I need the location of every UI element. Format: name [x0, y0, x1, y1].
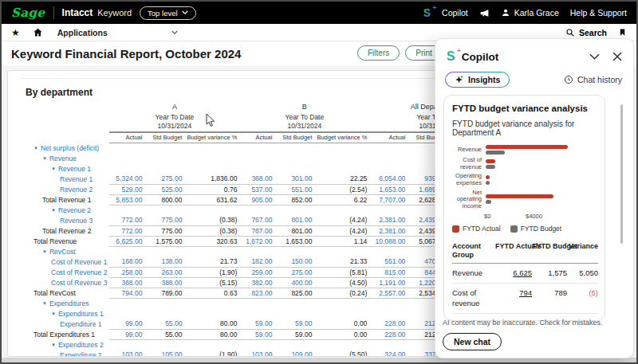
value-cell[interactable]: 801.00 — [274, 215, 314, 225]
user-menu[interactable]: Karla Grace — [501, 8, 559, 18]
new-chat-button[interactable]: New chat — [443, 333, 502, 350]
account-group-label[interactable]: Expenditures 2 — [58, 341, 104, 349]
expand-triangle-icon[interactable]: ▼ — [51, 342, 56, 347]
value-cell[interactable]: 275.00 — [274, 267, 314, 277]
value-cell[interactable]: 99.00 — [109, 329, 144, 339]
favorites-star-icon[interactable]: ★ — [11, 27, 20, 38]
value-cell[interactable]: 368.00 — [109, 277, 144, 288]
value-cell[interactable]: 168.00 — [109, 256, 144, 267]
value-cell[interactable]: 1,191.00 — [369, 277, 408, 288]
value-cell: 80.00 — [184, 329, 239, 339]
value-cell[interactable]: 228.00 — [369, 319, 408, 329]
entity-selector[interactable]: Top level — [140, 6, 196, 20]
account-group-label[interactable]: Revenue — [49, 155, 77, 162]
value-cell[interactable]: 368.00 — [239, 174, 274, 184]
value-cell[interactable]: 59.00 — [274, 319, 314, 329]
value-cell[interactable]: 59.00 — [239, 319, 274, 329]
account-label[interactable]: Revenue 2 — [60, 186, 93, 194]
account-group-label[interactable]: Revenue 1 — [58, 165, 91, 173]
value-cell[interactable]: 5,853.00 — [109, 194, 144, 205]
value-cell[interactable]: 815.00 — [369, 267, 408, 277]
account-label[interactable]: Revenue 1 — [60, 175, 93, 183]
actuals-link[interactable]: 6,625 — [513, 268, 532, 277]
close-icon[interactable] — [612, 52, 622, 61]
account-label[interactable]: Cost of Revenue 1 — [51, 258, 107, 266]
account-group-label[interactable]: Revenue 2 — [58, 206, 91, 214]
panel-scrollbar[interactable] — [620, 104, 623, 244]
value-cell[interactable]: 10,088.00 — [369, 236, 408, 246]
account-label[interactable]: Expenditure 2 — [60, 351, 101, 358]
value-cell[interactable]: 228.00 — [369, 329, 408, 339]
home-icon[interactable] — [33, 27, 43, 37]
value-cell[interactable]: 400.00 — [274, 277, 314, 288]
value-cell[interactable]: 767.00 — [239, 215, 274, 225]
value-cell[interactable]: 258.00 — [109, 267, 144, 277]
copilot-menu-item[interactable]: Copilot — [442, 8, 468, 18]
insights-button[interactable]: Insights — [445, 72, 510, 88]
value-cell[interactable]: 551.00 — [369, 256, 408, 267]
actuals-link[interactable]: 794 — [519, 288, 532, 297]
megaphone-icon[interactable] — [479, 8, 490, 18]
value-cell[interactable]: 103.00 — [239, 350, 274, 357]
value-cell[interactable]: 55.00 — [144, 319, 184, 329]
value-cell[interactable]: 324.00 — [369, 350, 408, 357]
value-cell[interactable]: 775.00 — [144, 215, 184, 225]
value-cell[interactable]: 59.00 — [239, 329, 274, 339]
value-cell[interactable]: 259.00 — [239, 267, 274, 277]
help-support-link[interactable]: Help & Support — [570, 8, 627, 18]
account-group-label[interactable]: Net surplus (deficit) — [41, 144, 99, 152]
value-cell[interactable]: 6,625.00 — [109, 236, 144, 246]
bookmark-icon[interactable] — [618, 27, 627, 37]
search-control[interactable]: Search — [565, 28, 607, 37]
value-cell[interactable]: 109.00 — [274, 350, 314, 357]
value-cell[interactable]: 2,381.00 — [369, 215, 408, 225]
expand-triangle-icon[interactable]: ▼ — [42, 249, 47, 254]
chat-history-button[interactable]: Chat history — [564, 75, 622, 84]
value-cell[interactable]: 182.00 — [239, 256, 274, 267]
applications-menu[interactable]: Applications — [57, 28, 178, 37]
value-cell[interactable]: 529.00 — [109, 184, 144, 194]
value-cell[interactable]: 772.00 — [109, 215, 144, 225]
value-cell[interactable]: 2,557.00 — [369, 288, 408, 298]
account-label[interactable]: Cost of Revenue 2 — [51, 268, 107, 276]
value-cell[interactable]: 275.00 — [144, 174, 184, 184]
value-cell[interactable]: 7,707.00 — [369, 194, 408, 205]
account-group-label[interactable]: RevCost — [49, 248, 76, 256]
value-cell[interactable]: 263.00 — [144, 267, 184, 277]
filters-button[interactable]: Filters — [357, 45, 400, 61]
collapse-chevron-icon[interactable] — [589, 53, 600, 61]
value-cell[interactable]: 772.00 — [109, 225, 144, 236]
value-cell[interactable]: 6,054.00 — [369, 174, 408, 184]
value-cell[interactable]: 905.00 — [239, 194, 274, 205]
value-cell[interactable]: 105.00 — [144, 350, 184, 357]
value-cell[interactable]: 794.00 — [109, 288, 144, 298]
account-group-label[interactable]: Expenditures 1 — [58, 310, 104, 318]
value-cell[interactable]: 138.00 — [144, 256, 184, 267]
value-cell[interactable]: 525.00 — [144, 184, 184, 194]
expand-triangle-icon[interactable]: ▼ — [33, 146, 38, 151]
value-cell[interactable]: 382.00 — [239, 277, 274, 288]
expand-triangle-icon[interactable]: ▼ — [51, 166, 56, 171]
expand-triangle-icon[interactable]: ▼ — [42, 156, 47, 161]
value-cell[interactable]: 1,653.00 — [369, 184, 408, 194]
value-cell[interactable]: 103.00 — [109, 350, 144, 357]
value-cell[interactable]: 767.00 — [239, 225, 274, 236]
account-label[interactable]: Cost of Revenue 3 — [51, 279, 107, 287]
value-cell[interactable]: 99.00 — [109, 319, 144, 329]
value-cell[interactable]: 388.00 — [144, 277, 184, 288]
value-cell[interactable]: 5,324.00 — [109, 174, 144, 184]
expand-triangle-icon[interactable]: ▼ — [51, 208, 56, 213]
value-cell[interactable]: 301.00 — [274, 174, 314, 184]
account-label[interactable]: Expenditure 1 — [60, 320, 101, 328]
expand-triangle-icon[interactable]: ▼ — [42, 301, 47, 306]
value-cell[interactable]: 823.00 — [239, 288, 274, 298]
value-cell[interactable]: 551.00 — [274, 184, 314, 194]
value-cell[interactable]: 150.00 — [274, 256, 314, 267]
value-cell[interactable]: 537.00 — [239, 184, 274, 194]
copilot-logo-icon[interactable]: S+ — [423, 6, 431, 19]
value-cell[interactable]: 1,672.00 — [239, 236, 274, 246]
account-label[interactable]: Revenue 3 — [60, 217, 93, 225]
account-group-label[interactable]: Expenditures — [49, 299, 89, 307]
expand-triangle-icon[interactable]: ▼ — [51, 311, 56, 316]
value-cell[interactable]: 2,381.00 — [369, 225, 408, 236]
